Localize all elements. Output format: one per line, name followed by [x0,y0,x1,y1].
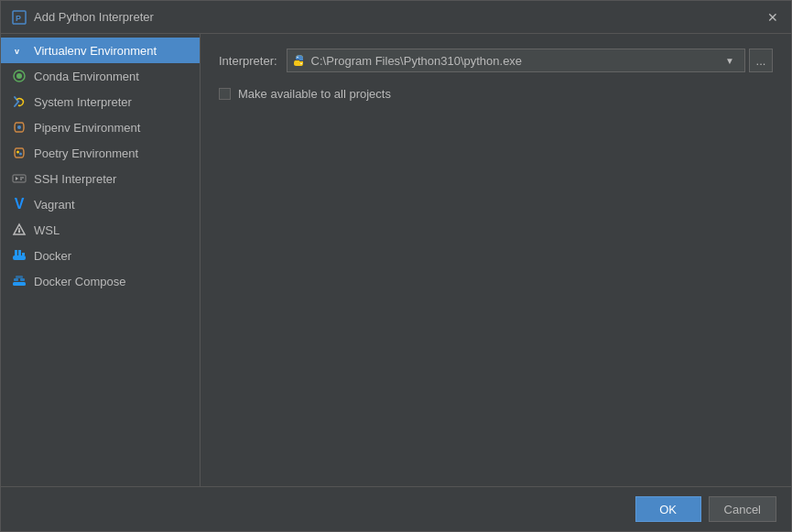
svg-point-27 [300,63,302,65]
interpreter-path: C:\Program Files\Python310\python.exe [311,54,523,68]
svg-marker-10 [16,177,18,180]
sidebar-item-docker-compose[interactable]: Docker Compose [1,268,200,294]
interpreter-label: Interpreter: [219,54,277,68]
ssh-icon [12,171,27,186]
interpreter-row: Interpreter: C:\Program Files\Python310\… [219,49,773,72]
svg-rect-18 [18,253,21,255]
dialog-title: Add Python Interpreter [34,10,154,24]
close-button[interactable]: ✕ [765,10,780,25]
svg-rect-9 [13,175,26,182]
pipenv-icon [12,120,27,135]
ok-button[interactable]: OK [635,496,701,522]
python-snake-icon [293,54,306,67]
sidebar-item-wsl[interactable]: WSL [1,217,200,243]
sidebar-item-vagrant-label: Vagrant [34,198,75,212]
sidebar-item-conda[interactable]: Conda Environment [1,63,200,89]
dialog-title-icon: P [12,10,27,25]
svg-rect-24 [20,278,25,281]
wsl-icon [12,223,27,237]
sidebar-item-virtualenv[interactable]: v Virtualenv Environment [1,38,200,63]
interpreter-select[interactable]: C:\Program Files\Python310\python.exe ▼ [287,49,745,72]
interpreter-dropdown-arrow: ▼ [721,49,739,71]
svg-text:P: P [16,14,21,23]
sidebar: v Virtualenv Environment Conda Environme… [1,34,201,486]
svg-point-6 [17,125,21,129]
cancel-button[interactable]: Cancel [709,496,776,522]
footer: OK Cancel [1,486,791,531]
svg-rect-23 [14,278,18,281]
vagrant-icon: V [12,197,27,212]
svg-rect-22 [13,282,26,286]
sidebar-item-docker-compose-label: Docker Compose [34,275,125,288]
svg-point-8 [19,153,22,156]
system-interpreter-icon [12,94,27,109]
svg-rect-20 [18,250,21,253]
add-python-interpreter-dialog: P Add Python Interpreter ✕ v Virtualenv … [0,0,792,532]
sidebar-item-virtualenv-label: Virtualenv Environment [34,44,157,58]
svg-point-7 [16,151,19,154]
sidebar-item-system-label: System Interpreter [34,95,132,109]
sidebar-item-wsl-label: WSL [34,223,60,237]
dialog-content: v Virtualenv Environment Conda Environme… [1,34,791,486]
conda-icon [12,69,27,83]
sidebar-item-conda-label: Conda Environment [34,70,139,83]
svg-rect-25 [16,276,23,278]
svg-rect-17 [15,253,17,255]
main-panel: Interpreter: C:\Program Files\Python310\… [201,34,791,486]
sidebar-item-docker-label: Docker [34,249,71,263]
svg-point-26 [297,57,298,59]
svg-point-5 [16,73,22,79]
sidebar-item-pipenv-label: Pipenv Environment [34,121,140,135]
sidebar-item-poetry-label: Poetry Environment [34,147,138,160]
sidebar-item-ssh[interactable]: SSH Interpreter [1,166,200,191]
title-bar: P Add Python Interpreter ✕ [1,1,791,34]
svg-rect-19 [15,250,17,253]
sidebar-item-pipenv[interactable]: Pipenv Environment [1,114,200,140]
docker-compose-icon [12,274,27,288]
make-available-checkbox[interactable] [219,88,231,100]
title-bar-left: P Add Python Interpreter [12,10,154,25]
sidebar-item-ssh-label: SSH Interpreter [34,172,116,186]
interpreter-select-inner: C:\Program Files\Python310\python.exe [293,54,721,68]
svg-rect-21 [22,253,25,255]
sidebar-item-system[interactable]: System Interpreter [1,89,200,114]
sidebar-item-docker[interactable]: Docker [1,243,200,268]
poetry-icon [12,146,27,160]
sidebar-item-poetry[interactable]: Poetry Environment [1,140,200,166]
make-available-label: Make available to all projects [238,87,391,101]
docker-icon [12,248,27,263]
make-available-row: Make available to all projects [219,87,773,101]
svg-rect-16 [13,255,26,260]
svg-point-14 [18,231,20,233]
sidebar-item-vagrant[interactable]: V Vagrant [1,191,200,217]
virtualenv-icon: v [12,43,27,58]
interpreter-input-wrap: C:\Program Files\Python310\python.exe ▼ … [287,49,773,72]
interpreter-browse-button[interactable]: ... [749,49,773,72]
svg-text:v: v [15,47,19,56]
